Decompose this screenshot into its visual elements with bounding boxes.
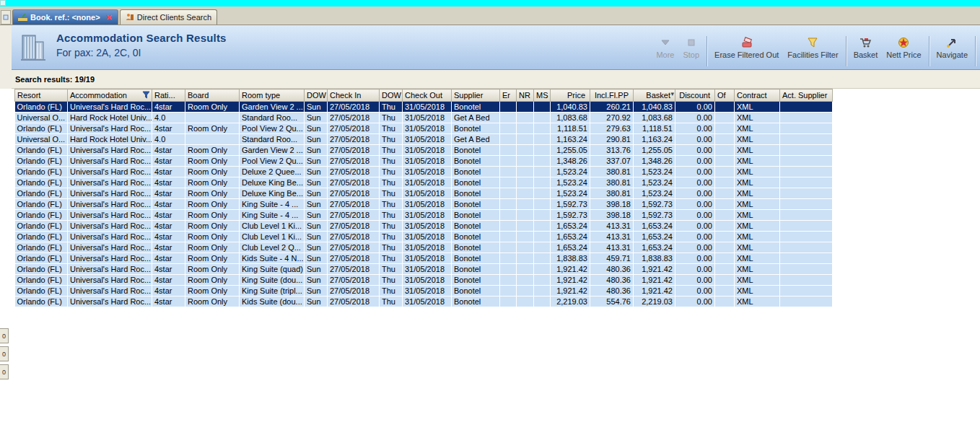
navigate-button[interactable]: Navigate <box>932 35 972 61</box>
cell: 290.81 <box>590 134 634 145</box>
table-row[interactable]: Orlando (FL)Universal's Hard Roc...4star… <box>15 123 833 134</box>
accommodation-filter-icon[interactable] <box>142 91 150 100</box>
cell: 4star <box>152 221 185 232</box>
cell: 1,838.83 <box>634 253 675 264</box>
column-header-check-in-6[interactable]: Check In <box>328 89 380 102</box>
cell <box>715 286 735 297</box>
table-row[interactable]: Universal O...Hard Rock Hotel Univ...4.0… <box>15 134 833 145</box>
facilities-filter-button[interactable]: Facilities Filter <box>783 35 842 61</box>
table-row[interactable]: Orlando (FL)Universal's Hard Roc...4star… <box>15 297 833 307</box>
page-subtitle: For pax: 2A, 2C, 0I <box>56 47 227 58</box>
column-header-nr-11[interactable]: NR <box>517 89 534 102</box>
tab-close-icon[interactable]: ✕ <box>106 13 113 22</box>
column-header-accommodation-1[interactable]: Accommodation <box>68 89 152 102</box>
table-row[interactable]: Orlando (FL)Universal's Hard Roc...4star… <box>15 275 833 286</box>
cell: XML <box>735 286 780 297</box>
table-row[interactable]: Orlando (FL)Universal's Hard Roc...4star… <box>15 221 833 232</box>
cell: 0.00 <box>675 264 715 275</box>
table-row[interactable]: Orlando (FL)Universal's Hard Roc...4star… <box>15 102 833 113</box>
column-header-basket-15[interactable]: Basket▾ <box>634 89 675 102</box>
top-corner-box <box>0 0 6 6</box>
cell: Room Only <box>185 275 240 286</box>
column-header-ms-12[interactable]: MS <box>534 89 551 102</box>
cell: Bonotel <box>452 210 500 221</box>
table-row[interactable]: Orlando (FL)Universal's Hard Roc...4star… <box>15 199 833 210</box>
stop-button[interactable]: Stop <box>678 35 704 61</box>
side-tab-1[interactable]: 0 <box>0 328 9 343</box>
column-header-check-out-8[interactable]: Check Out <box>403 89 452 102</box>
column-header-resort-0[interactable]: Resort <box>15 89 68 102</box>
cell: Thu <box>380 297 403 307</box>
cell <box>780 199 833 210</box>
toolbar: More Stop Erase Filtered Out Facilities <box>652 35 979 68</box>
cell: Bonotel <box>452 297 500 307</box>
column-header-er-10[interactable]: Er <box>500 89 517 102</box>
tab-booking-ref[interactable]: Book. ref.: <none> ✕ <box>12 9 118 25</box>
basket-sort-icon[interactable]: ▾ <box>670 90 674 97</box>
cell: XML <box>735 253 780 264</box>
cell: Thu <box>380 102 403 113</box>
table-row[interactable]: Orlando (FL)Universal's Hard Roc...4star… <box>15 286 833 297</box>
column-header-rati-2[interactable]: Rati... <box>152 89 185 102</box>
tab-direct-clients-search[interactable]: Direct Clients Search <box>120 9 217 25</box>
table-row[interactable]: Orlando (FL)Universal's Hard Roc...4star… <box>15 145 833 156</box>
cell: 1,523.24 <box>634 177 675 188</box>
column-header-discount-16[interactable]: Discount <box>675 89 715 102</box>
table-row[interactable]: Orlando (FL)Universal's Hard Roc...4star… <box>15 210 833 221</box>
table-row[interactable]: Universal O...Hard Rock Hotel Univ...4.0… <box>15 113 833 123</box>
tab-scroll-button[interactable] <box>1 10 11 25</box>
table-row[interactable]: Orlando (FL)Universal's Hard Roc...4star… <box>15 156 833 167</box>
column-header-label: Supplier <box>454 91 483 100</box>
cell: 0.00 <box>675 210 715 221</box>
column-header-label: DOW <box>382 91 401 100</box>
column-header-act-supplier-19[interactable]: Act. Supplier <box>780 89 833 102</box>
basket-button[interactable]: Basket <box>849 35 883 61</box>
table-row[interactable]: Orlando (FL)Universal's Hard Roc...4star… <box>15 232 833 242</box>
column-header-label: Act. Supplier <box>782 91 827 100</box>
column-header-supplier-9[interactable]: Supplier <box>452 89 500 102</box>
cell: 1,348.26 <box>551 156 590 167</box>
cell <box>500 286 517 297</box>
top-strip <box>0 0 980 6</box>
column-header-of-17[interactable]: Of <box>715 89 735 102</box>
cell: Sun <box>305 210 328 221</box>
cell <box>715 113 735 123</box>
cell: 260.21 <box>590 102 634 113</box>
side-tab-3[interactable]: 0 <box>0 364 9 379</box>
cell <box>517 264 534 275</box>
more-button[interactable]: More <box>652 35 678 61</box>
column-header-room-type-4[interactable]: Room type <box>240 89 305 102</box>
column-header-price-13[interactable]: Price <box>551 89 590 102</box>
table-row[interactable]: Orlando (FL)Universal's Hard Roc...4star… <box>15 167 833 177</box>
erase-filtered-out-button[interactable]: Erase Filtered Out <box>710 35 783 61</box>
cell <box>715 145 735 156</box>
column-header-dow-7[interactable]: DOW <box>380 89 403 102</box>
cell: Bonotel <box>452 253 500 264</box>
left-rail <box>0 25 12 89</box>
side-tab-2[interactable]: 0 <box>0 346 9 361</box>
cell: 0.00 <box>675 123 715 134</box>
building-icon <box>19 32 48 63</box>
cell: 27/05/2018 <box>328 177 380 188</box>
cell: XML <box>735 275 780 286</box>
table-row[interactable]: Orlando (FL)Universal's Hard Roc...4star… <box>15 242 833 253</box>
table-row[interactable]: Orlando (FL)Universal's Hard Roc...4star… <box>15 253 833 264</box>
cell: Room Only <box>185 188 240 199</box>
column-header-dow-5[interactable]: DOW <box>305 89 328 102</box>
table-row[interactable]: Orlando (FL)Universal's Hard Roc...4star… <box>15 264 833 275</box>
basket-button-label: Basket <box>854 50 878 59</box>
nett-price-button[interactable]: Nett Price <box>882 35 925 61</box>
table-row[interactable]: Orlando (FL)Universal's Hard Roc...4star… <box>15 188 833 199</box>
column-header-incl-fl-pp-14[interactable]: Incl.Fl.PP <box>590 89 634 102</box>
column-header-contract-18[interactable]: Contract <box>735 89 780 102</box>
cell: 1,523.24 <box>551 177 590 188</box>
table-row[interactable]: Orlando (FL)Universal's Hard Roc...4star… <box>15 177 833 188</box>
column-header-board-3[interactable]: Board <box>185 89 240 102</box>
cell: Thu <box>380 156 403 167</box>
cell: Orlando (FL) <box>15 221 68 232</box>
cell <box>500 188 517 199</box>
cell: Sun <box>305 113 328 123</box>
cell: 27/05/2018 <box>328 102 380 113</box>
cell: 27/05/2018 <box>328 134 380 145</box>
beach-icon <box>18 13 27 22</box>
